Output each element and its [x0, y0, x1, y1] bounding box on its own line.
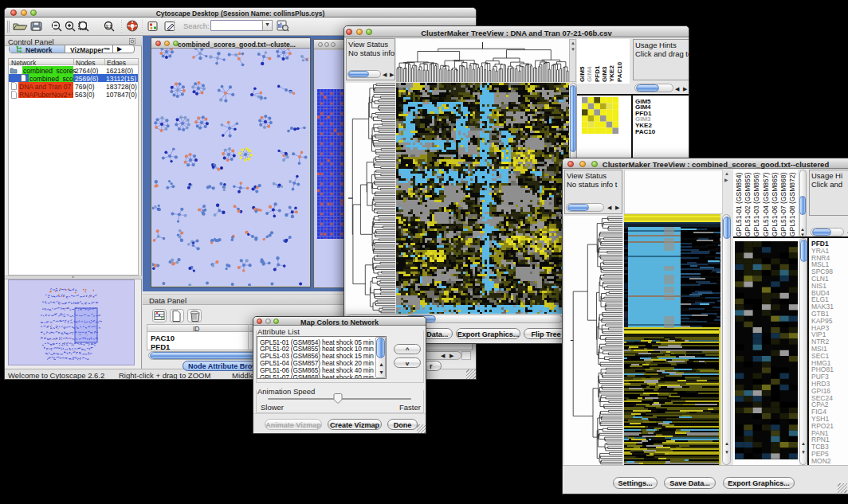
svg-text:1:1: 1:1 [106, 24, 112, 29]
